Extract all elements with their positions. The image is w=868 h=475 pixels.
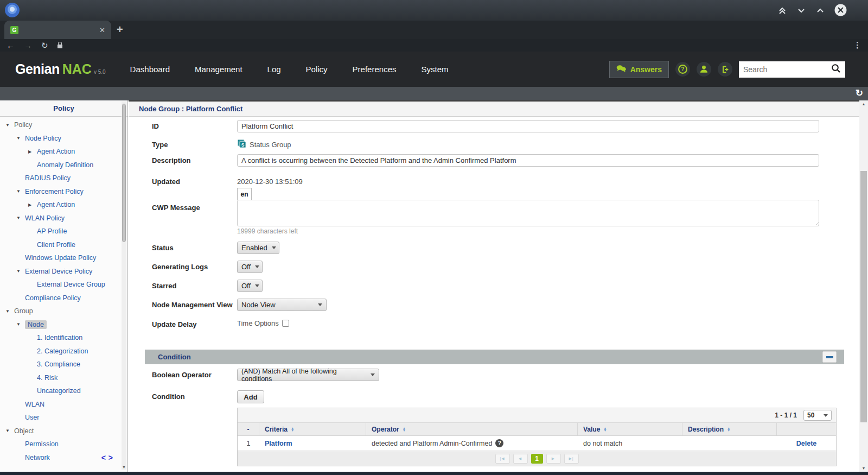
boolean-operator-select[interactable]: (AND) Match All of the following conditi… (237, 369, 379, 381)
browser-menu-icon[interactable]: ⋮ (853, 40, 861, 50)
answers-button[interactable]: Answers (609, 61, 669, 78)
sidebar-item-enforcement-policy[interactable]: Enforcement Policy (0, 185, 120, 199)
sidebar-item-external-device-group[interactable]: External Device Group (0, 278, 120, 292)
collapse-arrow-icon[interactable] (5, 428, 14, 433)
collapse-arrow-icon[interactable] (16, 189, 25, 194)
nav-management[interactable]: Management (195, 65, 242, 74)
collapse-arrow-icon[interactable] (16, 322, 25, 327)
expand-arrow-icon[interactable] (28, 202, 37, 207)
sidebar-item-external-device-policy[interactable]: External Device Policy (0, 265, 120, 278)
last-page-icon[interactable] (564, 454, 579, 464)
sidebar-item-wlan[interactable]: WLAN (0, 398, 120, 411)
description-input[interactable] (237, 154, 819, 167)
tab-close-icon[interactable]: ✕ (99, 27, 105, 34)
shade-window-icon[interactable] (777, 5, 788, 16)
sort-icon[interactable] (727, 427, 730, 432)
sidebar-item-wlan-policy[interactable]: WLAN Policy (0, 212, 120, 225)
node-management-view-select[interactable]: Node View (237, 299, 327, 311)
user-icon[interactable] (697, 62, 711, 77)
current-page-button[interactable]: 1 (531, 454, 543, 464)
panel-collapse-icon[interactable] (101, 453, 106, 462)
collapse-arrow-icon[interactable] (5, 123, 14, 128)
close-window-icon[interactable] (834, 3, 847, 17)
maximize-window-icon[interactable] (815, 5, 826, 16)
cwp-language-tab[interactable]: en (237, 188, 252, 200)
sidebar-item-identification[interactable]: 1. Identification (0, 331, 120, 345)
search-icon[interactable] (831, 64, 841, 75)
column-description[interactable]: Description (682, 423, 777, 435)
collapse-arrow-icon[interactable] (16, 136, 25, 141)
delete-link[interactable]: Delete (796, 440, 817, 447)
main-scrollbar-thumb[interactable] (860, 171, 867, 422)
back-icon[interactable]: ← (7, 41, 15, 49)
page-size-select[interactable]: 50 (803, 410, 832, 421)
sidebar-scrollbar-thumb[interactable] (122, 104, 126, 242)
time-options-checkbox[interactable] (282, 320, 289, 327)
sort-icon[interactable] (403, 427, 406, 432)
search-input[interactable] (743, 65, 831, 74)
next-page-icon[interactable] (546, 454, 561, 464)
scroll-down-icon[interactable]: ▼ (859, 466, 868, 470)
id-input[interactable] (237, 120, 819, 132)
sidebar-item-compliance[interactable]: 3. Compliance (0, 358, 120, 371)
sidebar-item-client-profile[interactable]: Client Profile (0, 238, 120, 252)
main-scrollbar[interactable]: ▲ ▼ (859, 100, 868, 472)
nav-preferences[interactable]: Preferences (353, 65, 397, 74)
sidebar-item-permission[interactable]: Permission (0, 438, 120, 451)
scroll-down-icon[interactable]: ▼ (122, 465, 126, 469)
minimize-window-icon[interactable] (796, 5, 807, 16)
sidebar-item-object[interactable]: Object (0, 425, 120, 438)
column-criteria[interactable]: Criteria (259, 423, 366, 435)
lock-icon[interactable] (58, 45, 62, 48)
sidebar-item-agent-action-2[interactable]: Agent Action (0, 198, 120, 212)
help-circle-icon[interactable] (495, 439, 503, 447)
nav-system[interactable]: System (421, 65, 448, 74)
cwp-message-textarea[interactable] (237, 200, 819, 226)
sidebar-item-network[interactable]: Network (0, 451, 120, 465)
add-condition-button[interactable]: Add (237, 390, 264, 403)
criteria-link[interactable]: Platform (265, 440, 292, 447)
column-operator[interactable]: Operator (366, 423, 578, 435)
sidebar-item-ap-profile[interactable]: AP Profile (0, 225, 120, 238)
sidebar-item-windows-update-policy[interactable]: Windows Update Policy (0, 251, 120, 265)
sidebar-item-node-policy[interactable]: Node Policy (0, 132, 120, 145)
panel-expand-icon[interactable] (108, 453, 113, 462)
sidebar-item-node[interactable]: Node (0, 318, 120, 332)
sidebar-item-user[interactable]: User (0, 411, 120, 425)
sidebar-item-agent-action-1[interactable]: Agent Action (0, 145, 120, 159)
nav-policy[interactable]: Policy (306, 65, 328, 74)
generating-logs-select[interactable]: Off (237, 261, 263, 273)
sidebar-item-risk[interactable]: 4. Risk (0, 371, 120, 385)
sidebar-scrollbar[interactable]: ▼ (122, 102, 126, 470)
collapse-arrow-icon[interactable] (16, 269, 25, 274)
logout-icon[interactable] (718, 62, 732, 77)
starred-select[interactable]: Off (237, 280, 263, 292)
nav-dashboard[interactable]: Dashboard (130, 65, 170, 74)
sidebar-item-radius-policy[interactable]: RADIUS Policy (0, 172, 120, 185)
sidebar-item-group[interactable]: Group (0, 305, 120, 318)
sidebar-item-anomaly-definition[interactable]: Anomaly Definition (0, 159, 120, 172)
help-icon[interactable]: ? (675, 62, 690, 77)
collapse-arrow-icon[interactable] (5, 309, 14, 314)
scroll-up-icon[interactable]: ▲ (859, 102, 868, 106)
expand-arrow-icon[interactable] (28, 149, 37, 154)
sidebar-item-policy[interactable]: Policy (0, 118, 120, 132)
status-select[interactable]: Enabled (237, 242, 279, 254)
sidebar-item-categorization[interactable]: 2. Categorization (0, 345, 120, 358)
reload-icon[interactable]: ↻ (41, 41, 48, 49)
collapse-arrow-icon[interactable] (16, 216, 25, 220)
forward-icon[interactable]: → (24, 41, 32, 49)
sort-icon[interactable] (603, 427, 607, 432)
browser-tab[interactable]: G ✕ (4, 21, 111, 39)
first-page-icon[interactable] (495, 454, 510, 464)
column-value[interactable]: Value (578, 423, 682, 435)
new-tab-icon[interactable]: + (117, 23, 123, 36)
collapse-section-button[interactable] (822, 351, 837, 363)
refresh-icon[interactable]: ↻ (856, 87, 863, 99)
nav-log[interactable]: Log (267, 65, 281, 74)
sidebar-item-uncategorized[interactable]: Uncategorized (0, 384, 120, 398)
sidebar-item-compliance-policy[interactable]: Compliance Policy (0, 292, 120, 305)
previous-page-icon[interactable] (513, 454, 528, 464)
genian-nac-logo: Genian NAC v 5.0 (15, 61, 106, 77)
sort-icon[interactable] (291, 427, 294, 432)
